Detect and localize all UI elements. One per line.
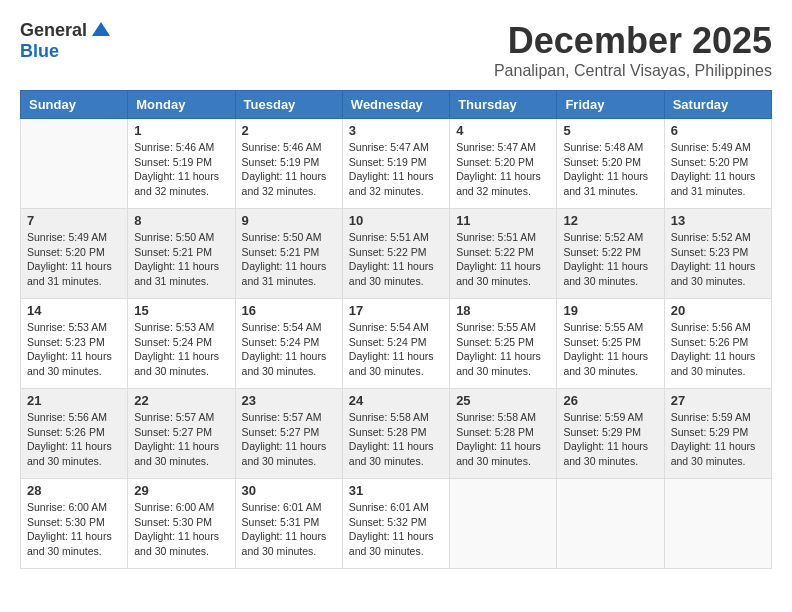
day-info: Sunrise: 5:53 AM Sunset: 5:23 PM Dayligh… <box>27 320 121 379</box>
day-number: 6 <box>671 123 765 138</box>
calendar-week-row: 7Sunrise: 5:49 AM Sunset: 5:20 PM Daylig… <box>21 209 772 299</box>
day-info: Sunrise: 5:48 AM Sunset: 5:20 PM Dayligh… <box>563 140 657 199</box>
calendar-cell: 30Sunrise: 6:01 AM Sunset: 5:31 PM Dayli… <box>235 479 342 569</box>
day-number: 15 <box>134 303 228 318</box>
day-number: 11 <box>456 213 550 228</box>
day-number: 17 <box>349 303 443 318</box>
month-title: December 2025 <box>494 20 772 62</box>
calendar-cell: 2Sunrise: 5:46 AM Sunset: 5:19 PM Daylig… <box>235 119 342 209</box>
calendar-cell: 1Sunrise: 5:46 AM Sunset: 5:19 PM Daylig… <box>128 119 235 209</box>
calendar-cell: 21Sunrise: 5:56 AM Sunset: 5:26 PM Dayli… <box>21 389 128 479</box>
day-number: 2 <box>242 123 336 138</box>
logo-triangle-icon <box>92 22 110 40</box>
svg-marker-0 <box>92 22 110 36</box>
day-info: Sunrise: 5:50 AM Sunset: 5:21 PM Dayligh… <box>134 230 228 289</box>
day-info: Sunrise: 5:53 AM Sunset: 5:24 PM Dayligh… <box>134 320 228 379</box>
day-info: Sunrise: 5:51 AM Sunset: 5:22 PM Dayligh… <box>349 230 443 289</box>
day-info: Sunrise: 6:00 AM Sunset: 5:30 PM Dayligh… <box>27 500 121 559</box>
day-number: 19 <box>563 303 657 318</box>
calendar-cell: 18Sunrise: 5:55 AM Sunset: 5:25 PM Dayli… <box>450 299 557 389</box>
day-info: Sunrise: 5:47 AM Sunset: 5:20 PM Dayligh… <box>456 140 550 199</box>
calendar-cell: 31Sunrise: 6:01 AM Sunset: 5:32 PM Dayli… <box>342 479 449 569</box>
day-info: Sunrise: 5:54 AM Sunset: 5:24 PM Dayligh… <box>349 320 443 379</box>
day-number: 8 <box>134 213 228 228</box>
calendar-cell: 5Sunrise: 5:48 AM Sunset: 5:20 PM Daylig… <box>557 119 664 209</box>
day-number: 9 <box>242 213 336 228</box>
logo-blue-text: Blue <box>20 41 59 62</box>
day-info: Sunrise: 5:55 AM Sunset: 5:25 PM Dayligh… <box>456 320 550 379</box>
day-info: Sunrise: 6:01 AM Sunset: 5:31 PM Dayligh… <box>242 500 336 559</box>
day-number: 16 <box>242 303 336 318</box>
day-number: 30 <box>242 483 336 498</box>
day-number: 26 <box>563 393 657 408</box>
day-number: 23 <box>242 393 336 408</box>
weekday-header: Friday <box>557 91 664 119</box>
calendar-cell: 3Sunrise: 5:47 AM Sunset: 5:19 PM Daylig… <box>342 119 449 209</box>
calendar-week-row: 1Sunrise: 5:46 AM Sunset: 5:19 PM Daylig… <box>21 119 772 209</box>
day-number: 14 <box>27 303 121 318</box>
subtitle: Panalipan, Central Visayas, Philippines <box>494 62 772 80</box>
day-info: Sunrise: 5:49 AM Sunset: 5:20 PM Dayligh… <box>671 140 765 199</box>
calendar-cell: 17Sunrise: 5:54 AM Sunset: 5:24 PM Dayli… <box>342 299 449 389</box>
day-number: 7 <box>27 213 121 228</box>
day-info: Sunrise: 5:54 AM Sunset: 5:24 PM Dayligh… <box>242 320 336 379</box>
calendar-cell: 28Sunrise: 6:00 AM Sunset: 5:30 PM Dayli… <box>21 479 128 569</box>
day-number: 5 <box>563 123 657 138</box>
day-info: Sunrise: 5:47 AM Sunset: 5:19 PM Dayligh… <box>349 140 443 199</box>
day-info: Sunrise: 6:01 AM Sunset: 5:32 PM Dayligh… <box>349 500 443 559</box>
day-number: 29 <box>134 483 228 498</box>
day-info: Sunrise: 5:56 AM Sunset: 5:26 PM Dayligh… <box>27 410 121 469</box>
day-number: 21 <box>27 393 121 408</box>
day-number: 4 <box>456 123 550 138</box>
calendar-cell <box>557 479 664 569</box>
calendar-cell: 6Sunrise: 5:49 AM Sunset: 5:20 PM Daylig… <box>664 119 771 209</box>
day-info: Sunrise: 5:59 AM Sunset: 5:29 PM Dayligh… <box>563 410 657 469</box>
calendar-week-row: 28Sunrise: 6:00 AM Sunset: 5:30 PM Dayli… <box>21 479 772 569</box>
day-info: Sunrise: 5:52 AM Sunset: 5:23 PM Dayligh… <box>671 230 765 289</box>
day-info: Sunrise: 5:58 AM Sunset: 5:28 PM Dayligh… <box>349 410 443 469</box>
day-info: Sunrise: 5:57 AM Sunset: 5:27 PM Dayligh… <box>134 410 228 469</box>
calendar-cell: 14Sunrise: 5:53 AM Sunset: 5:23 PM Dayli… <box>21 299 128 389</box>
day-number: 22 <box>134 393 228 408</box>
calendar-cell: 15Sunrise: 5:53 AM Sunset: 5:24 PM Dayli… <box>128 299 235 389</box>
day-number: 31 <box>349 483 443 498</box>
day-info: Sunrise: 5:51 AM Sunset: 5:22 PM Dayligh… <box>456 230 550 289</box>
calendar-cell: 25Sunrise: 5:58 AM Sunset: 5:28 PM Dayli… <box>450 389 557 479</box>
calendar-cell: 26Sunrise: 5:59 AM Sunset: 5:29 PM Dayli… <box>557 389 664 479</box>
calendar-table: SundayMondayTuesdayWednesdayThursdayFrid… <box>20 90 772 569</box>
day-number: 12 <box>563 213 657 228</box>
calendar-cell: 27Sunrise: 5:59 AM Sunset: 5:29 PM Dayli… <box>664 389 771 479</box>
calendar-header-row: SundayMondayTuesdayWednesdayThursdayFrid… <box>21 91 772 119</box>
day-info: Sunrise: 5:52 AM Sunset: 5:22 PM Dayligh… <box>563 230 657 289</box>
calendar-cell: 22Sunrise: 5:57 AM Sunset: 5:27 PM Dayli… <box>128 389 235 479</box>
page-header: General Blue December 2025 Panalipan, Ce… <box>20 20 772 80</box>
day-info: Sunrise: 5:46 AM Sunset: 5:19 PM Dayligh… <box>242 140 336 199</box>
calendar-cell: 16Sunrise: 5:54 AM Sunset: 5:24 PM Dayli… <box>235 299 342 389</box>
day-number: 20 <box>671 303 765 318</box>
day-info: Sunrise: 5:55 AM Sunset: 5:25 PM Dayligh… <box>563 320 657 379</box>
calendar-cell: 24Sunrise: 5:58 AM Sunset: 5:28 PM Dayli… <box>342 389 449 479</box>
weekday-header: Saturday <box>664 91 771 119</box>
calendar-week-row: 14Sunrise: 5:53 AM Sunset: 5:23 PM Dayli… <box>21 299 772 389</box>
day-info: Sunrise: 5:56 AM Sunset: 5:26 PM Dayligh… <box>671 320 765 379</box>
calendar-week-row: 21Sunrise: 5:56 AM Sunset: 5:26 PM Dayli… <box>21 389 772 479</box>
day-info: Sunrise: 6:00 AM Sunset: 5:30 PM Dayligh… <box>134 500 228 559</box>
calendar-cell: 10Sunrise: 5:51 AM Sunset: 5:22 PM Dayli… <box>342 209 449 299</box>
weekday-header: Monday <box>128 91 235 119</box>
day-number: 13 <box>671 213 765 228</box>
weekday-header: Thursday <box>450 91 557 119</box>
day-info: Sunrise: 5:49 AM Sunset: 5:20 PM Dayligh… <box>27 230 121 289</box>
calendar-cell <box>450 479 557 569</box>
calendar-cell: 7Sunrise: 5:49 AM Sunset: 5:20 PM Daylig… <box>21 209 128 299</box>
logo-general-text: General <box>20 20 87 41</box>
calendar-cell: 12Sunrise: 5:52 AM Sunset: 5:22 PM Dayli… <box>557 209 664 299</box>
calendar-cell: 13Sunrise: 5:52 AM Sunset: 5:23 PM Dayli… <box>664 209 771 299</box>
day-info: Sunrise: 5:46 AM Sunset: 5:19 PM Dayligh… <box>134 140 228 199</box>
calendar-cell <box>664 479 771 569</box>
day-number: 25 <box>456 393 550 408</box>
day-info: Sunrise: 5:50 AM Sunset: 5:21 PM Dayligh… <box>242 230 336 289</box>
title-area: December 2025 Panalipan, Central Visayas… <box>494 20 772 80</box>
calendar-cell: 23Sunrise: 5:57 AM Sunset: 5:27 PM Dayli… <box>235 389 342 479</box>
weekday-header: Tuesday <box>235 91 342 119</box>
logo: General Blue <box>20 20 110 62</box>
